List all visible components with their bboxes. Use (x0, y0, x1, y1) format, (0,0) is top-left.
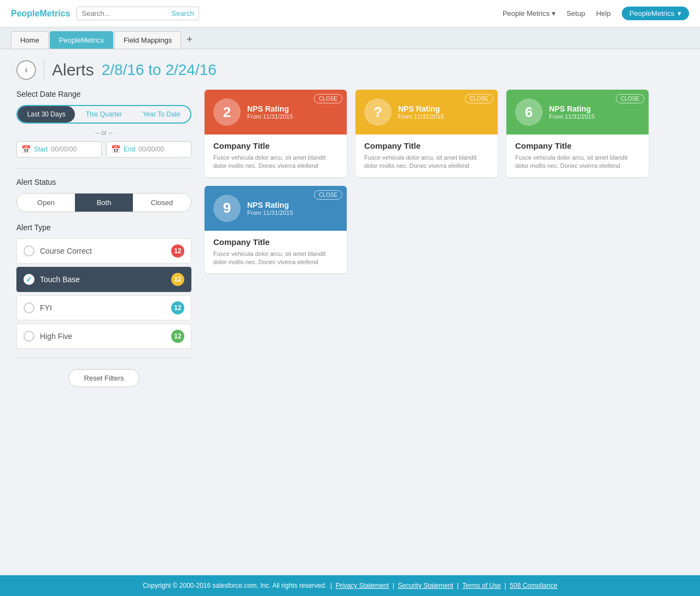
alert-desc-3: Fusce vehicula dolor arcu, sit amet blan… (515, 154, 640, 171)
top-navigation: PeopleMetrics Search People Metrics ▾ Se… (0, 0, 700, 27)
alert-status-label: Alert Status (16, 178, 191, 186)
footer-terms[interactable]: Terms of Use (462, 582, 501, 589)
radio-fyi (24, 302, 34, 313)
close-badge-3[interactable]: CLOSE (616, 94, 644, 103)
search-input[interactable] (77, 7, 165, 20)
back-button[interactable]: ‹ (16, 60, 36, 80)
end-label: End (124, 145, 135, 153)
reset-filters-button[interactable]: Reset Filters (68, 369, 140, 387)
footer-privacy[interactable]: Privacy Statement (336, 582, 389, 589)
setup-label: Setup (567, 9, 585, 17)
dropdown-arrow-icon: ▾ (552, 9, 556, 17)
alert-type-touch-base[interactable]: ✓ Touch Base 12 (16, 267, 191, 292)
main-content: ‹ Alerts 2/8/16 to 2/24/16 Select Date R… (0, 49, 700, 575)
content-layout: Select Date Range Last 30 Days This Quar… (16, 90, 684, 387)
nps-circle-3: 6 (515, 98, 542, 126)
alert-info-1: NPS Rating From 11/31/2015 (247, 104, 293, 120)
nps-circle-4: 9 (213, 195, 241, 222)
alert-type-high-five[interactable]: High Five 12 (16, 324, 191, 349)
calendar-icon-end: 📅 (111, 145, 120, 154)
header-divider (44, 60, 44, 80)
tab-home[interactable]: Home (11, 31, 49, 49)
search-box: Search (77, 7, 199, 20)
nav-right: People Metrics ▾ Setup Help PeopleMetric… (503, 7, 689, 20)
status-open[interactable]: Open (17, 194, 75, 212)
nps-from-1: From 11/31/2015 (247, 113, 293, 120)
alerts-row-1: 2 NPS Rating From 11/31/2015 CLOSE Compa… (205, 90, 684, 177)
company-title-4: Company Title (213, 237, 338, 247)
date-range-this-quarter[interactable]: This Quarter (75, 106, 132, 122)
nps-from-3: From 11/31/2015 (549, 113, 595, 120)
alerts-row-2: 9 NPS Rating From 11/31/2015 CLOSE Compa… (205, 186, 684, 273)
alert-header-3: 6 NPS Rating From 11/31/2015 CLOSE (506, 90, 649, 135)
alert-body-1: Company Title Fusce vehicula dolor arcu,… (205, 135, 347, 177)
course-correct-count: 12 (171, 244, 184, 258)
help-nav[interactable]: Help (596, 9, 611, 17)
footer-508[interactable]: 508 Compliance (510, 582, 557, 589)
date-range-buttons: Last 30 Days This Quarter Year To Date (16, 105, 191, 124)
or-divider: – or – (16, 129, 191, 137)
status-closed[interactable]: Closed (133, 194, 191, 212)
pm-button-label: PeopleMetrics (629, 9, 674, 17)
alert-type-fyi[interactable]: FYI 12 (16, 295, 191, 320)
tab-add-button[interactable]: + (182, 31, 197, 49)
footer: Copyright © 2000-2016 salesforce.com, In… (0, 575, 700, 596)
alert-header-1: 2 NPS Rating From 11/31/2015 CLOSE (205, 90, 347, 135)
date-range-last30[interactable]: Last 30 Days (18, 106, 75, 122)
high-five-count: 12 (171, 330, 184, 343)
page-header: ‹ Alerts 2/8/16 to 2/24/16 (16, 60, 684, 80)
setup-nav[interactable]: Setup (567, 9, 585, 17)
radio-high-five (24, 331, 34, 342)
alert-status-buttons: Open Both Closed (16, 193, 191, 212)
footer-security[interactable]: Security Statement (398, 582, 453, 589)
alert-card-3: 6 NPS Rating From 11/31/2015 CLOSE Compa… (506, 90, 649, 177)
tab-field-mappings[interactable]: Field Mappings (114, 31, 181, 49)
alert-desc-4: Fusce vehicula dolor arcu, sit amet blan… (213, 250, 338, 267)
people-metrics-nav[interactable]: People Metrics ▾ (503, 9, 556, 17)
status-both[interactable]: Both (75, 194, 133, 212)
page-title: Alerts (52, 61, 94, 79)
page-date-range: 2/8/16 to 2/24/16 (102, 61, 217, 79)
alert-info-4: NPS Rating From 11/31/2015 (247, 201, 293, 216)
checkmark-icon: ✓ (26, 275, 32, 284)
company-title-2: Company Title (364, 141, 489, 150)
alert-desc-1: Fusce vehicula dolor arcu, sit amet blan… (213, 154, 338, 171)
close-badge-4[interactable]: CLOSE (314, 190, 342, 200)
start-date-field[interactable]: 📅 Start 00/00/00 (16, 141, 102, 157)
alert-type-label: Alert Type (16, 223, 191, 232)
close-badge-1[interactable]: CLOSE (314, 94, 342, 103)
fyi-count: 12 (171, 301, 184, 314)
nps-label-3: NPS Rating (549, 104, 595, 113)
end-value: 00/00/00 (138, 145, 164, 153)
date-range-year-to-date[interactable]: Year To Date (133, 106, 190, 122)
touch-base-count: 12 (171, 273, 184, 286)
help-label: Help (596, 9, 611, 17)
date-inputs: 📅 Start 00/00/00 📅 End 00/00/00 (16, 141, 191, 157)
search-button[interactable]: Search (167, 7, 198, 20)
tab-bar: Home PeopleMetrics Field Mappings + (0, 27, 700, 49)
nps-label-4: NPS Rating (247, 201, 293, 209)
alert-header-4: 9 NPS Rating From 11/31/2015 CLOSE (205, 186, 347, 231)
radio-course-correct (24, 246, 34, 256)
alert-header-2: ? NPS Rating From 11/31/2015 CLOSE (355, 90, 498, 135)
close-badge-2[interactable]: CLOSE (465, 94, 493, 103)
end-date-field[interactable]: 📅 End 00/00/00 (106, 141, 191, 157)
touch-base-label: Touch Base (40, 275, 166, 284)
logo: PeopleMetrics (11, 9, 70, 19)
alerts-grid: 2 NPS Rating From 11/31/2015 CLOSE Compa… (205, 90, 684, 387)
tab-peoplemetrics[interactable]: PeopleMetrics (50, 31, 113, 49)
footer-copyright: Copyright © 2000-2016 salesforce.com, In… (143, 582, 326, 589)
nps-label-1: NPS Rating (247, 104, 293, 113)
course-correct-label: Course Correct (40, 247, 166, 255)
nav-left: PeopleMetrics Search (11, 7, 199, 20)
pm-button[interactable]: PeopleMetrics ▾ (622, 7, 689, 20)
nps-label-2: NPS Rating (398, 104, 444, 113)
alert-info-2: NPS Rating From 11/31/2015 (398, 104, 444, 120)
alert-desc-2: Fusce vehicula dolor arcu, sit amet blan… (364, 154, 489, 171)
alert-type-course-correct[interactable]: Course Correct 12 (16, 238, 191, 264)
nps-from-4: From 11/31/2015 (247, 209, 293, 216)
date-range-label: Select Date Range (16, 90, 191, 98)
fyi-label: FYI (40, 303, 166, 312)
company-title-1: Company Title (213, 141, 338, 150)
company-title-3: Company Title (515, 141, 640, 150)
